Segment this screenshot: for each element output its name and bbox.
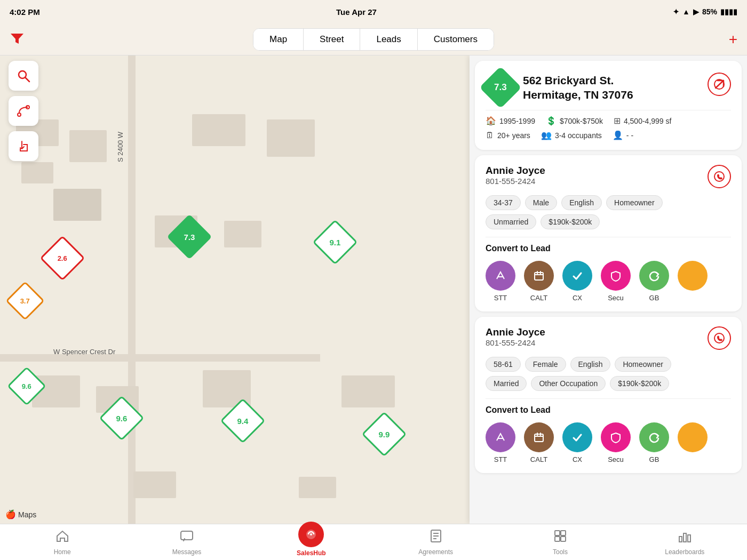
saleshub-icon	[298, 522, 324, 547]
touch-tool-button[interactable]	[9, 131, 38, 161]
tab-street[interactable]: Street	[304, 29, 360, 50]
status-icons: ✦ ▲ ▶ 85% ▮▮▮▮	[673, 7, 737, 16]
nav-agreements-label: Agreements	[418, 548, 453, 556]
contact-1-call-button[interactable]	[708, 165, 731, 188]
messages-icon	[180, 529, 194, 546]
svg-rect-41	[679, 537, 682, 542]
property-extra: 👤 - -	[613, 130, 633, 140]
nav-leaderboards[interactable]: Leaderboards	[623, 525, 747, 560]
map-pin-9.4[interactable]: 9.4	[227, 405, 259, 437]
property-address-line1: 562 Brickyard St.	[523, 73, 708, 87]
nav-leaderboards-label: Leaderboards	[665, 548, 704, 556]
svg-rect-40	[561, 537, 566, 541]
contact-2-tags-2: Married Other Occupation $190k-$200k	[486, 376, 731, 391]
contact-2-convert-label: Convert to Lead	[486, 405, 731, 415]
filter-button[interactable]	[10, 31, 25, 47]
contact-2-phone: 801-555-2424	[486, 338, 545, 347]
contact-1-tags-2: Unmarried $190k-$200k	[486, 214, 731, 229]
map-pin-9.9[interactable]: 9.9	[368, 418, 400, 450]
signal-icon: ✦	[673, 7, 679, 16]
apple-maps-label: 🍎 Maps	[5, 509, 36, 519]
status-bar: 4:02 PM Tue Apr 27 ✦ ▲ ▶ 85% ▮▮▮▮	[0, 0, 747, 23]
wifi-icon: ▲	[682, 7, 690, 16]
nav-saleshub[interactable]: SalesHub	[249, 528, 374, 557]
road-label-s2400w: S 2400 W	[116, 132, 124, 162]
tab-map[interactable]: Map	[253, 29, 304, 50]
map-pin-9.1[interactable]: 9.1	[319, 226, 351, 258]
action-stt-2[interactable]	[486, 422, 515, 452]
contact-1-phone: 801-555-2424	[486, 177, 545, 186]
nav-messages[interactable]: Messages	[124, 525, 249, 560]
tab-leads[interactable]: Leads	[360, 29, 417, 50]
contact-2-call-button[interactable]	[708, 326, 731, 350]
action-secu-1[interactable]	[601, 261, 631, 291]
property-navigate-button[interactable]	[708, 73, 731, 96]
action-calt-1[interactable]	[524, 261, 554, 291]
svg-rect-42	[684, 533, 686, 542]
search-tool-button[interactable]	[9, 61, 38, 91]
contact-1-tags: 34-37 Male English Homeowner	[486, 195, 731, 210]
property-year-built: 🏠 1995-1999	[486, 116, 535, 126]
action-secu-2[interactable]	[601, 422, 631, 452]
battery-level: 85%	[702, 7, 717, 16]
contact-card-2: Annie Joyce 801-555-2424 58-61 Female En…	[475, 317, 742, 473]
nav-home-label: Home	[54, 548, 71, 556]
property-header: 7.3 562 Brickyard St. Hermitage, TN 3707…	[475, 61, 742, 150]
contact-1-convert-label: Convert to Lead	[486, 244, 731, 253]
svg-point-18	[714, 172, 724, 181]
map-pin-9.6a[interactable]: 9.6	[13, 372, 41, 400]
battery-icon: ▮▮▮▮	[720, 7, 737, 16]
action-stt-1[interactable]	[486, 261, 515, 291]
map-pin-2.6[interactable]: 2.6	[46, 242, 78, 274]
contact-1-actions: STT CALT CX Secu	[486, 261, 731, 302]
property-ownership: 🗓 20+ years	[486, 130, 530, 140]
action-gb-1[interactable]	[639, 261, 669, 291]
svg-line-2	[26, 78, 30, 82]
svg-rect-38	[561, 531, 566, 535]
svg-point-24	[714, 333, 724, 343]
nav-tools-label: Tools	[553, 548, 568, 556]
contact-2-name: Annie Joyce	[486, 326, 545, 338]
nav-home[interactable]: Home	[0, 525, 124, 560]
property-score-badge: 7.3	[479, 66, 521, 108]
action-calt-2[interactable]	[524, 422, 554, 452]
property-address-line2: Hermitage, TN 37076	[523, 87, 708, 102]
home-icon	[55, 529, 69, 546]
tools-icon	[553, 529, 567, 546]
bottom-nav: Home Messages SalesHub Agreements Tools …	[0, 524, 747, 560]
status-date: Tue Apr 27	[336, 7, 377, 17]
action-more-2[interactable]	[678, 422, 708, 452]
svg-rect-37	[555, 531, 560, 535]
svg-point-32	[310, 533, 312, 535]
map-pin-7.3-selected[interactable]: 7.3	[173, 221, 205, 253]
agreements-icon	[429, 529, 443, 546]
right-panel: 7.3 562 Brickyard St. Hermitage, TN 3707…	[470, 55, 747, 524]
add-button[interactable]: +	[729, 31, 737, 48]
property-sqft: ⊞ 4,500-4,999 sf	[614, 116, 672, 126]
action-more-1[interactable]	[678, 261, 708, 291]
action-cx-2[interactable]	[562, 422, 592, 452]
nav-tools[interactable]: Tools	[498, 525, 622, 560]
nav-bar: Map Street Leads Customers +	[0, 23, 747, 55]
location-icon: ▶	[693, 7, 699, 16]
nav-saleshub-label: SalesHub	[297, 549, 326, 557]
contact-1-name: Annie Joyce	[486, 165, 545, 177]
tab-customers[interactable]: Customers	[418, 29, 494, 50]
action-cx-1[interactable]	[562, 261, 592, 291]
contact-2-actions: STT CALT CX Secu	[486, 422, 731, 463]
contact-2-tags: 58-61 Female English Homeowner	[486, 357, 731, 372]
tab-group: Map Street Leads Customers	[253, 28, 494, 51]
svg-rect-20	[535, 273, 543, 280]
svg-marker-0	[11, 34, 23, 44]
svg-rect-43	[688, 535, 690, 542]
property-value: 💲 $700k-$750k	[546, 116, 603, 126]
action-gb-2[interactable]	[639, 422, 669, 452]
svg-rect-30	[181, 531, 193, 540]
map-pin-3.7[interactable]: 3.7	[11, 287, 39, 315]
property-occupants: 👥 3-4 occupants	[541, 130, 602, 140]
svg-rect-26	[535, 434, 543, 442]
road-label-spencer: W Spencer Crest Dr	[53, 348, 115, 356]
nav-agreements[interactable]: Agreements	[374, 525, 498, 560]
route-tool-button[interactable]	[9, 96, 38, 126]
map-pin-9.6b[interactable]: 9.6	[106, 402, 138, 434]
